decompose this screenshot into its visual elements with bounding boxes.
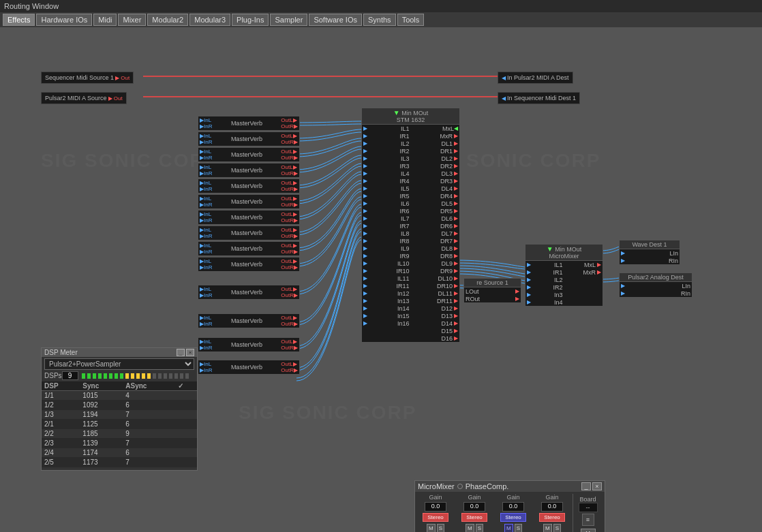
dsp-col-sync: Sync (80, 381, 123, 391)
mv-inL-5: ▶InL (200, 195, 212, 202)
dsp-bar-seg-9 (130, 373, 135, 379)
masterverb-node-14: ▶InL ▶InR MasterVerb OutL▶ OutR▶ (198, 360, 300, 375)
menu-bar: EffectsHardware IOsMidiMixerModular2Modu… (0, 12, 762, 27)
ch2-m-btn[interactable]: M (466, 524, 474, 532)
routing-area: SIG SONIC CORP SIG SONIC CORP SIG SONIC … (0, 27, 762, 532)
dsp-table: DSP Sync ASync ✓ 1/1101541/2109261/31194… (42, 381, 197, 467)
board-icon-btn[interactable]: ≡ (582, 514, 594, 526)
wave-dest-title: Wave Dest 1 (620, 240, 680, 249)
dsp-dropdown[interactable]: Pulsar2+PowerSampler (44, 358, 194, 370)
mv-label-11: MasterVerb (215, 317, 278, 324)
dsp-dsps-value[interactable]: 9 (62, 371, 78, 380)
dsp-minimize-btn[interactable]: _ (177, 349, 185, 356)
masterverb-node-12: ▶InL ▶InR MasterVerb OutL▶ OutR▶ (198, 313, 300, 328)
dsp-cell-0: 2/1 (42, 420, 80, 429)
mv-label-6: MasterVerb (215, 214, 278, 221)
dsp-col-check: ✓ (175, 381, 197, 391)
mv-outR-10: OutR▶ (281, 292, 298, 298)
dsp-cell-1: 1139 (80, 439, 123, 448)
mixer-minimize-btn[interactable]: _ (581, 482, 591, 490)
board-m-btn[interactable]: M (581, 529, 596, 532)
menu-tab-plug-ins[interactable]: Plug-Ins (232, 14, 269, 26)
ch4-m-btn[interactable]: M (543, 524, 552, 532)
menu-tab-software-ios[interactable]: Software IOs (309, 14, 362, 26)
dsp-cell-0: 2/4 (42, 448, 80, 458)
dsp-bar-seg-17 (174, 373, 179, 379)
mv-outL-4: OutL▶ (281, 180, 298, 186)
seq-midi-source: Sequencer Midi Source 1 ▶ Out (41, 72, 134, 84)
seq-midi-dest: ◀ In Sequencer Midi Dest 1 (498, 92, 580, 104)
dsp-cell-3 (175, 420, 197, 429)
dsp-meter-dsps-row: DSPs 9 (42, 371, 197, 381)
title-bar: Routing Window (0, 0, 762, 12)
mixer-subtitle: PhaseComp. (466, 482, 509, 490)
menu-tab-mixer[interactable]: Mixer (118, 14, 146, 26)
dsp-bar-seg-19 (185, 373, 189, 379)
pulsar-analog-dest-title: Pulsar2 Analog Dest (620, 273, 692, 282)
mv-inL-0: ▶InL (200, 117, 212, 123)
mv-outL-11: OutL▶ (281, 315, 298, 321)
ch4-s-btn[interactable]: S (553, 524, 561, 532)
mixer-close-btn[interactable]: × (592, 482, 602, 490)
stm1632-title: ▼ Min MOutSTM 1632 (362, 108, 459, 125)
mv-label-3: MasterVerb (215, 167, 278, 174)
masterverb-node-6: ▶InL ▶InR MasterVerb OutL▶ OutR▶ (198, 194, 300, 209)
ch1-m-btn[interactable]: M (427, 524, 436, 532)
dsp-cell-3 (175, 410, 197, 420)
dsp-bar-seg-11 (141, 373, 146, 379)
title-text: Routing Window (4, 2, 59, 10)
ch4-stereo-btn[interactable]: Stereo (539, 513, 565, 522)
menu-tab-sampler[interactable]: Sampler (270, 14, 307, 26)
dsp-cell-3 (175, 439, 197, 448)
mv-inL-2: ▶InL (200, 148, 212, 155)
menu-tab-synths[interactable]: Synths (363, 14, 396, 26)
mv-outR-13: OutR▶ (281, 367, 298, 373)
dsp-cell-1: 1174 (80, 448, 123, 458)
mv-inL-6: ▶InL (200, 211, 212, 217)
mv-inR-5: ▶InR (200, 202, 212, 208)
mv-inR-3: ▶InR (200, 170, 212, 176)
dsp-bar-seg-12 (147, 373, 151, 379)
dsp-cell-0: 1/1 (42, 391, 80, 401)
menu-tab-modular2[interactable]: Modular2 (147, 14, 188, 26)
dsp-close-btn[interactable]: × (186, 349, 194, 356)
mv-inL-8: ▶InL (200, 242, 212, 249)
pulsar-analog-dest-node: Pulsar2 Analog Dest ▶LIn ▶RIn (619, 272, 692, 298)
dsp-cell-1: 1185 (80, 429, 123, 439)
dsp-bar-seg-0 (81, 373, 86, 379)
dsp-cell-1: 1092 (80, 401, 123, 410)
masterverb-node-5: ▶InL ▶InR MasterVerb OutL▶ OutR▶ (198, 178, 300, 193)
dsp-bar-seg-14 (157, 373, 162, 379)
mv-outR-11: OutR▶ (281, 321, 298, 327)
dsp-table-row: 2/111256 (42, 420, 197, 429)
ch4-gain-label: Gain (545, 494, 558, 501)
dsp-table-row: 2/211859 (42, 429, 197, 439)
stm-row-il1: ▶IL1 (362, 125, 411, 132)
menu-tab-tools[interactable]: Tools (397, 14, 425, 26)
dsp-col-async: ASync (123, 381, 175, 391)
mv-label-1: MasterVerb (215, 136, 278, 142)
ch2-stereo-btn[interactable]: Stereo (461, 513, 487, 522)
ch3-s-btn[interactable]: S (515, 524, 522, 532)
menu-tab-effects[interactable]: Effects (3, 14, 35, 26)
menu-tab-midi[interactable]: Midi (93, 14, 117, 26)
ch1-stereo-btn[interactable]: Stereo (423, 513, 448, 522)
ch3-stereo-btn[interactable]: Stereo (500, 513, 526, 522)
masterverb-node-1: ▶InL ▶InR MasterVerb OutL▶ OutR▶ (198, 116, 300, 131)
ch3-m-btn[interactable]: M (504, 524, 513, 532)
ch2-s-btn[interactable]: S (476, 524, 483, 532)
mv-label-5: MasterVerb (215, 198, 278, 205)
dsp-cell-2: 9 (123, 429, 175, 439)
ch1-s-btn[interactable]: S (437, 524, 444, 532)
mixer-channel-3: Gain 0.0 Stereo M S (495, 494, 532, 532)
menu-tab-hardware-ios[interactable]: Hardware IOs (36, 14, 92, 26)
mixer-channel-4: Gain 0.0 Stereo M S (534, 494, 570, 532)
masterverb-node-7: ▶InL ▶InR MasterVerb OutL▶ OutR▶ (198, 210, 300, 225)
dsp-bar-seg-15 (163, 373, 168, 379)
mv-label-4: MasterVerb (215, 183, 278, 189)
menu-tab-modular3[interactable]: Modular3 (189, 14, 230, 26)
masterverb-node-10: ▶InL ▶InR MasterVerb OutL▶ OutR▶ (198, 257, 300, 272)
mv-label-9: MasterVerb (215, 261, 278, 268)
pulsar-out-port: ▶ Out (108, 95, 123, 101)
mv-inL-1: ▶InL (200, 133, 212, 139)
